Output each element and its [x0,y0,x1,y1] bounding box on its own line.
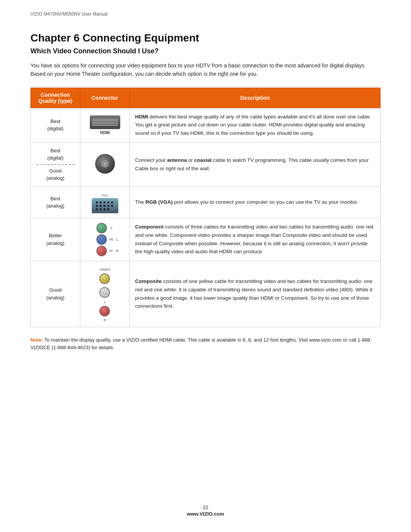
footer-website: www.VIZIO.com [187,511,224,517]
hdmi-icon [90,115,120,129]
table-row: Better(analog) Y Pb L [31,218,381,261]
page-footer: 22 www.VIZIO.com [0,505,411,517]
table-row: Best(digital) Good(analog) Connect your … [31,142,381,187]
intro-paragraph: You have six options for connecting your… [30,61,381,78]
quality-cell-composite: Good(analog) [31,261,80,327]
note-body: To maintain the display quality, use a V… [30,337,372,351]
component-pr-plug [96,246,107,256]
component-icon: Y Pb L Pr R [91,223,119,256]
connector-cell-composite: VIDEO L R [80,261,130,327]
quality-cell-component: Better(analog) [31,218,80,261]
connector-cell-coaxial [80,142,130,187]
composite-r-plug [99,306,110,316]
quality-cell-hdmi: Best(digital) [31,108,80,142]
connector-cell-component: Y Pb L Pr R [80,218,130,261]
note-paragraph: Note: To maintain the display quality, u… [30,336,381,352]
component-pb-plug [96,234,107,245]
desc-cell-vga: The RGB (VGA) port allows you to connect… [130,187,381,218]
header-text: VIZIO M470NV/M550NV User Manual [30,11,108,17]
connections-table: Connection Quality (type) Connector Desc… [30,88,381,327]
connector-cell-hdmi: HDMI [80,108,130,142]
page-number: 22 [0,505,411,510]
page-header: VIZIO M470NV/M550NV User Manual [30,11,381,17]
desc-cell-component: Component consists of three cables for t… [130,218,381,261]
header-description: Description [130,88,381,108]
table-row: Good(analog) VIDEO L R Composite consist… [31,261,381,327]
composite-icon: VIDEO L R [99,268,110,322]
hdmi-label: HDMI [100,131,110,135]
table-row: Best(digital) HDMI [31,108,381,142]
header-connector: Connector [80,88,130,108]
coaxial-icon [95,154,115,174]
connector-cell-vga: VGA [80,187,130,218]
composite-video-plug [99,273,110,284]
component-y-plug [96,223,107,233]
page: VIZIO M470NV/M550NV User Manual Chapter … [0,0,411,532]
chapter-title: Chapter 6 Connecting Equipment [30,32,381,44]
desc-cell-coaxial: Connect your antenna or coaxial cable to… [130,142,381,187]
quality-cell-coaxial: Best(digital) Good(analog) [31,142,80,187]
desc-cell-composite: Composite consists of one yellow cable f… [130,261,381,327]
composite-l-plug [99,287,110,298]
vga-icon: VGA [92,193,118,213]
quality-cell-vga: Best(analog) [31,187,80,218]
table-row: Best(analog) VGA [31,187,381,218]
desc-cell-hdmi: HDMI delivers the best image quality of … [130,108,381,142]
header-quality: Connection Quality (type) [31,88,80,108]
note-label: Note: [30,337,43,343]
section-title: Which Video Connection Should I Use? [30,47,381,55]
quality-divider [36,164,75,165]
